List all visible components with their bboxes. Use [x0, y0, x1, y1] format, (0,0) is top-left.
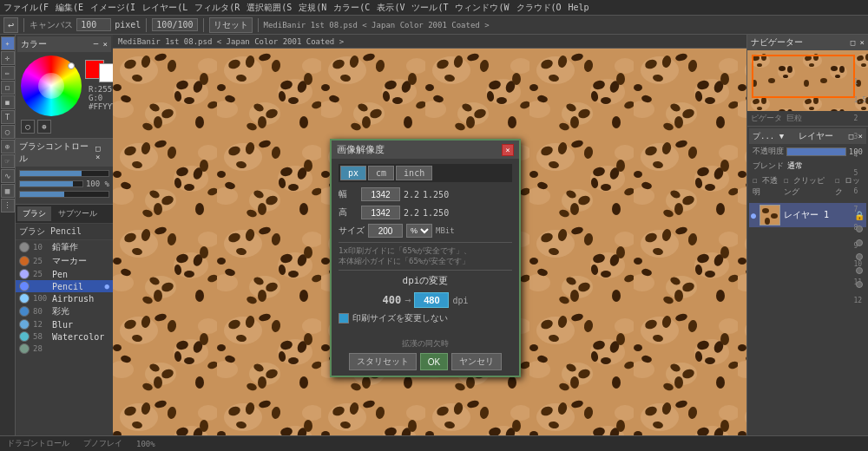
- tool-gradient[interactable]: ▦: [1, 184, 15, 198]
- menu-view[interactable]: 表示(V: [377, 2, 404, 14]
- tool-shape[interactable]: ○: [1, 125, 15, 139]
- tool-brush[interactable]: ✏: [1, 66, 15, 80]
- color-tool-2[interactable]: ⊕: [37, 120, 51, 134]
- canvas-filename: MediBanir 1st 08.psd < Japan Color 2001 …: [118, 37, 344, 46]
- background-swatch[interactable]: [99, 63, 113, 82]
- brush-control-title[interactable]: ブラシコントロール □ ×: [16, 139, 113, 167]
- print-size-checkbox[interactable]: [339, 313, 349, 324]
- color-tool-1[interactable]: ○: [21, 120, 35, 134]
- layer-opt-2[interactable]: ☐ クリッピング: [784, 175, 832, 198]
- layer-left-tabs[interactable]: プ... ▼: [753, 131, 784, 142]
- toolbar-canvas-label: キャンバス: [30, 19, 73, 31]
- menu-ruler[interactable]: 定規(N: [299, 2, 326, 14]
- brush-dot-4: [19, 293, 30, 304]
- right-dot-2[interactable]: [856, 239, 863, 246]
- dialog-tab-px[interactable]: px: [340, 166, 366, 180]
- menu-edit[interactable]: 編集(E: [56, 2, 83, 14]
- right-dot-3[interactable]: [856, 253, 863, 260]
- brush-item-1[interactable]: 25 マーカー: [16, 254, 113, 268]
- layer-visibility-dot[interactable]: ●: [751, 211, 756, 220]
- layer-opt-1[interactable]: ☐ 不透明: [753, 175, 780, 198]
- toolbar-reset[interactable]: リセット: [209, 17, 253, 33]
- menu-color[interactable]: カラー(C: [333, 2, 370, 14]
- brush-category: ブラシ Pencil: [16, 224, 113, 240]
- tool-select[interactable]: ✦: [1, 36, 15, 50]
- dialog-tab-cm[interactable]: cm: [368, 166, 394, 180]
- size-input[interactable]: [368, 224, 403, 238]
- cancel-button[interactable]: ヤンセリ: [451, 353, 502, 370]
- dialog-tab-inch[interactable]: inch: [396, 166, 432, 180]
- tool-hand[interactable]: ☞: [1, 154, 15, 168]
- scale-1: 1: [854, 78, 866, 86]
- menu-window[interactable]: ウィンドウ(W: [455, 2, 509, 14]
- size-unit-select[interactable]: %比 px: [406, 224, 432, 238]
- menu-tool[interactable]: ツール(T: [411, 2, 448, 14]
- tool-eyedrop[interactable]: ∿: [1, 169, 15, 183]
- menu-file[interactable]: ファイル(F: [3, 2, 49, 14]
- menu-select[interactable]: 選択範囲(S: [247, 2, 292, 14]
- dialog-title-bar[interactable]: 画像解像度 ×: [332, 141, 519, 159]
- right-dot-1[interactable]: [856, 226, 863, 232]
- brush-item-0[interactable]: 10 鉛筆作: [16, 240, 113, 254]
- color-panel-collapse[interactable]: ─ ×: [94, 40, 108, 49]
- slider-3[interactable]: [19, 191, 109, 198]
- navigator-title[interactable]: ナビゲーター □ ×: [747, 35, 868, 50]
- dpi-input[interactable]: [414, 292, 449, 308]
- brush-dot-2: [19, 269, 30, 279]
- brush-num-0: 10: [33, 243, 49, 252]
- toolbar-field1[interactable]: 100/100: [152, 18, 197, 31]
- toolbar-size-input[interactable]: 100: [76, 18, 111, 31]
- opacity-bar[interactable]: [786, 147, 846, 156]
- menu-help[interactable]: Help: [569, 3, 589, 12]
- menu-cloud[interactable]: クラウド(O: [516, 2, 562, 14]
- toolbar-sep4: [258, 18, 259, 32]
- width-input[interactable]: [361, 187, 400, 201]
- tool-move[interactable]: ✛: [1, 51, 15, 65]
- layer-item-1[interactable]: ● レイヤー 1 🔒: [749, 203, 866, 227]
- brush-tab-1[interactable]: ブラシ: [17, 206, 51, 221]
- undo-button[interactable]: ↩: [3, 17, 18, 33]
- menu-filter[interactable]: フィルタ(R: [194, 2, 240, 14]
- tool-zoom[interactable]: ⊕: [1, 140, 15, 154]
- right-dot-5[interactable]: [856, 281, 863, 288]
- tool-misc1[interactable]: ⋮: [1, 199, 15, 212]
- dialog-close-button[interactable]: ×: [502, 144, 514, 156]
- image-resolution-dialog[interactable]: 画像解像度 × px cm inch 幅 2.2 1.250 高 2.2: [330, 139, 521, 377]
- navigator-label: ナビゲーター: [751, 36, 803, 49]
- brush-item-2[interactable]: 25 Pen: [16, 268, 113, 280]
- brush-control-icons[interactable]: □ ×: [95, 144, 109, 161]
- menu-layer[interactable]: レイヤー(L: [142, 2, 187, 14]
- brush-name-2: Pen: [52, 270, 68, 279]
- color-wheel[interactable]: [21, 56, 82, 116]
- slider-2[interactable]: [19, 180, 83, 187]
- right-dot-4[interactable]: [856, 267, 863, 274]
- dialog-footer: 拡漢の同欠時 スタリセット OK ヤンセリ: [332, 335, 519, 376]
- navigator-icons[interactable]: □ ×: [851, 38, 865, 47]
- brush-active-dot: ●: [105, 282, 109, 291]
- menu-image[interactable]: イメージ(I: [90, 2, 135, 14]
- right-panel: ナビゲーター □ ×: [746, 35, 868, 451]
- apply-button[interactable]: スタリセット: [349, 353, 417, 370]
- brush-item-3[interactable]: Pencil ●: [16, 280, 113, 292]
- brush-item-5[interactable]: 80 彩光: [16, 304, 113, 318]
- brush-item-8[interactable]: 28: [16, 343, 113, 355]
- brush-tab-2[interactable]: サブツール: [53, 206, 102, 221]
- color-indicator[interactable]: [68, 62, 75, 69]
- brush-item-4[interactable]: 100 Airbrush: [16, 292, 113, 304]
- tool-eraser[interactable]: ◻: [1, 81, 15, 95]
- height-input[interactable]: [361, 206, 400, 219]
- color-values: R:255 G:0 #FFYYY: [85, 85, 113, 113]
- opacity-label: 不透明度: [753, 146, 784, 157]
- brush-item-7[interactable]: 58 Watercolor: [16, 330, 113, 343]
- ok-button[interactable]: OK: [420, 353, 448, 370]
- slider-1[interactable]: [19, 170, 109, 177]
- color-panel-title[interactable]: カラー ─ ×: [17, 36, 111, 52]
- nav-thumbnail[interactable]: [747, 50, 868, 111]
- brush-dot-0: [19, 242, 30, 252]
- tool-fill[interactable]: ◼: [1, 95, 15, 109]
- brush-name-5: 彩光: [52, 305, 69, 317]
- tool-text[interactable]: T: [1, 110, 15, 124]
- color-hex: #FFYYY: [89, 102, 113, 111]
- layer-panel-title[interactable]: プ... ▼ レイヤー □ ×: [749, 128, 866, 144]
- brush-item-6[interactable]: 12 Blur: [16, 318, 113, 330]
